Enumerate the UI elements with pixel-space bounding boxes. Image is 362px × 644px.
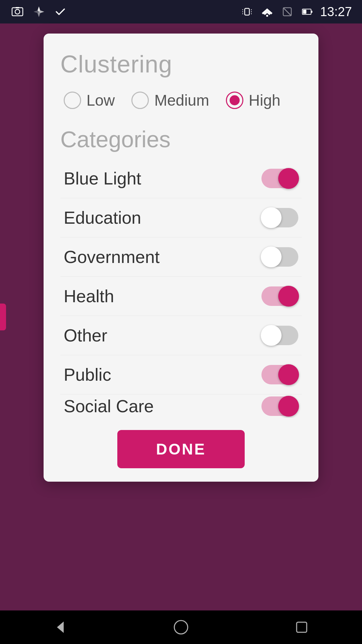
radio-inner-high — [230, 95, 240, 105]
category-list: Blue Light Education Government — [60, 159, 302, 418]
category-name-education: Education — [64, 208, 141, 228]
svg-rect-17 — [303, 10, 306, 14]
toggle-knob-public — [278, 364, 299, 385]
toggle-education[interactable] — [261, 208, 298, 227]
left-pill — [0, 304, 6, 330]
status-time: 13:27 — [320, 5, 352, 19]
svg-point-19 — [174, 621, 188, 634]
toggle-knob-social-care — [278, 396, 299, 417]
category-name-public: Public — [64, 365, 111, 385]
svg-rect-3 — [245, 8, 249, 15]
check-icon — [53, 4, 68, 19]
toggle-knob-education — [261, 207, 282, 228]
svg-line-14 — [283, 8, 291, 16]
radio-label-low: Low — [86, 91, 115, 109]
radio-circle-high — [226, 92, 243, 109]
toggle-blue-light[interactable] — [261, 169, 298, 188]
toggle-knob-health — [278, 286, 299, 307]
category-name-other: Other — [64, 325, 107, 345]
radio-high[interactable]: High — [226, 91, 281, 109]
battery-icon — [300, 4, 315, 19]
photo-icon — [10, 4, 25, 19]
wifi-icon — [260, 4, 275, 19]
category-item-public: Public — [60, 355, 302, 394]
toggle-other[interactable] — [261, 326, 298, 345]
svg-point-12 — [266, 15, 268, 17]
status-icons-left — [10, 4, 68, 19]
category-item-health: Health — [60, 277, 302, 316]
pinwheel-icon — [32, 4, 46, 19]
categories-title: Categories — [60, 126, 302, 152]
home-button[interactable] — [171, 617, 191, 637]
clustering-radio-group: Low Medium High — [60, 91, 302, 109]
svg-rect-20 — [297, 622, 307, 632]
status-icons-right: 13:27 — [240, 4, 352, 19]
toggle-public[interactable] — [261, 365, 298, 384]
category-item-social-care: Social Care — [60, 394, 302, 418]
clustering-title: Clustering — [60, 50, 302, 78]
category-name-blue-light: Blue Light — [64, 168, 141, 189]
content-area: Clustering Low Medium High Categories — [0, 23, 362, 610]
toggle-knob-blue-light — [278, 168, 299, 189]
radio-label-medium: Medium — [154, 91, 209, 109]
svg-rect-2 — [15, 7, 19, 8]
category-item-education: Education — [60, 198, 302, 237]
category-item-other: Other — [60, 316, 302, 355]
done-btn-container: DONE — [60, 430, 302, 468]
radio-medium[interactable]: Medium — [131, 91, 209, 109]
toggle-knob-government — [261, 247, 282, 267]
toggle-knob-other — [261, 325, 282, 346]
svg-rect-0 — [12, 8, 23, 16]
toggle-government[interactable] — [261, 247, 298, 267]
svg-marker-18 — [57, 622, 64, 633]
category-name-health: Health — [64, 286, 114, 306]
status-bar: 13:27 — [0, 0, 362, 23]
svg-rect-16 — [311, 11, 312, 13]
radio-circle-low — [64, 92, 81, 109]
toggle-social-care[interactable] — [261, 396, 298, 416]
back-button[interactable] — [50, 617, 70, 637]
nav-bar — [0, 610, 362, 644]
radio-label-high: High — [249, 91, 281, 109]
done-button[interactable]: DONE — [117, 430, 245, 468]
svg-point-1 — [15, 9, 20, 14]
signal-blocked-icon — [280, 4, 295, 19]
radio-circle-medium — [131, 92, 149, 109]
category-name-social-care: Social Care — [64, 396, 154, 416]
category-item-government: Government — [60, 237, 302, 277]
radio-low[interactable]: Low — [64, 91, 115, 109]
vibrate-icon — [240, 4, 254, 19]
category-name-government: Government — [64, 247, 160, 267]
recents-button[interactable] — [292, 617, 312, 637]
dialog: Clustering Low Medium High Categories — [44, 34, 318, 482]
category-item-blue-light: Blue Light — [60, 159, 302, 198]
toggle-health[interactable] — [261, 286, 298, 306]
